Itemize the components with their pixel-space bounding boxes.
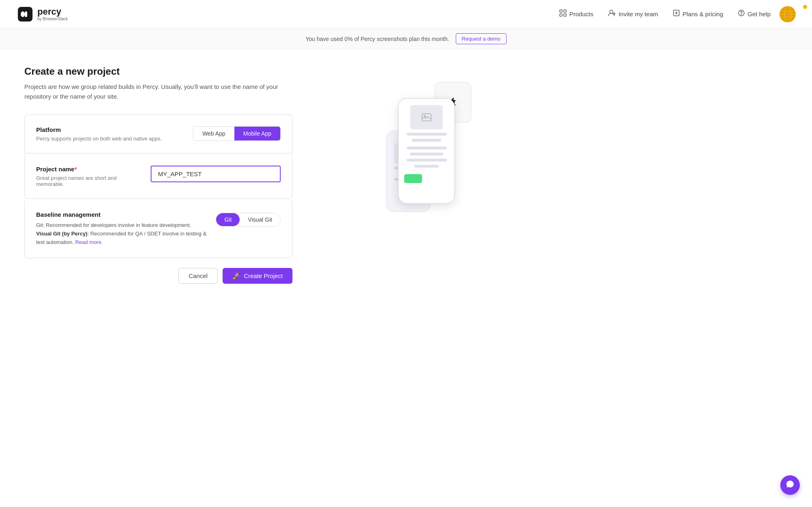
page-title: Create a new project xyxy=(24,66,292,77)
nav-pricing-label: Plans & pricing xyxy=(682,11,723,17)
platform-card: Platform Percy supports projects on both… xyxy=(24,114,292,153)
svg-rect-3 xyxy=(560,10,562,12)
platform-label: Platform xyxy=(36,126,185,133)
nav-help-label: Get help xyxy=(747,11,771,17)
baseline-description: Git: Recommended for developers involve … xyxy=(36,221,208,246)
read-more-link[interactable]: Read more. xyxy=(75,239,103,245)
illustration-section xyxy=(317,66,544,284)
svg-rect-15 xyxy=(422,114,431,121)
project-name-card: Project name* Great project names are sh… xyxy=(24,154,292,199)
green-element xyxy=(404,174,422,183)
visual-git-bold: Visual Git (by Percy) xyxy=(36,231,87,237)
request-demo-button[interactable]: Request a demo xyxy=(456,33,507,44)
avatar[interactable] xyxy=(780,6,796,22)
page-description: Projects are how we group related builds… xyxy=(24,82,292,101)
phones-illustration xyxy=(390,82,471,220)
svg-rect-5 xyxy=(560,14,562,16)
logo-subtext: by BrowserStack xyxy=(37,17,68,21)
platform-description: Percy supports projects on both web and … xyxy=(36,136,185,142)
nav-products[interactable]: Products xyxy=(554,6,599,22)
usage-banner: You have used 0% of Percy screenshots pl… xyxy=(0,28,812,50)
rocket-icon: 🚀 xyxy=(232,272,240,280)
svg-point-16 xyxy=(424,115,426,117)
avatar-globe xyxy=(780,6,795,22)
git-toggle-group: Git Visual Git xyxy=(216,213,281,227)
project-name-hint: Great project names are short and memora… xyxy=(36,175,143,187)
svg-rect-2 xyxy=(25,11,27,17)
header: percy by BrowserStack Products Invite my… xyxy=(0,0,812,28)
percy-logo-icon xyxy=(16,5,34,23)
logo-percy: percy xyxy=(37,7,68,17)
baseline-label: Baseline management xyxy=(36,211,208,218)
project-name-input[interactable] xyxy=(151,166,281,182)
nav-invite[interactable]: Invite my team xyxy=(602,6,664,22)
svg-rect-6 xyxy=(564,14,566,16)
phone-main xyxy=(398,98,455,204)
platform-toggle-group: Web App Mobile App xyxy=(193,126,281,141)
phone-image-placeholder xyxy=(410,105,443,129)
visual-git-button[interactable]: Visual Git xyxy=(240,213,280,226)
nav-products-label: Products xyxy=(569,11,593,17)
form-section: Create a new project Projects are how we… xyxy=(24,66,292,284)
svg-rect-4 xyxy=(564,10,566,12)
invite-icon xyxy=(608,9,616,19)
nav-help[interactable]: Get help xyxy=(732,6,776,22)
create-project-button[interactable]: 🚀 Create Project xyxy=(223,268,292,284)
baseline-card: Baseline management Git: Recommended for… xyxy=(24,200,292,258)
svg-point-1 xyxy=(21,11,25,17)
globe-svg xyxy=(780,6,795,22)
help-icon xyxy=(738,9,745,19)
action-row: Cancel 🚀 Create Project xyxy=(24,268,292,284)
main-content: Create a new project Projects are how we… xyxy=(0,50,569,300)
nav-invite-label: Invite my team xyxy=(619,11,658,17)
git-button[interactable]: Git xyxy=(216,213,240,226)
project-name-label: Project name* xyxy=(36,166,143,173)
banner-text: You have used 0% of Percy screenshots pl… xyxy=(305,36,449,42)
logo[interactable]: percy by BrowserStack xyxy=(16,5,68,23)
pricing-icon xyxy=(673,9,680,19)
header-nav: Products Invite my team Plans & pricing … xyxy=(554,6,796,22)
svg-point-7 xyxy=(610,10,613,13)
cancel-button[interactable]: Cancel xyxy=(178,268,218,284)
products-icon xyxy=(559,9,567,19)
notification-dot xyxy=(803,5,807,9)
logo-text: percy by BrowserStack xyxy=(37,7,68,21)
nav-pricing[interactable]: Plans & pricing xyxy=(667,6,729,22)
mobile-app-button[interactable]: Mobile App xyxy=(234,127,280,140)
web-app-button[interactable]: Web App xyxy=(193,127,234,140)
